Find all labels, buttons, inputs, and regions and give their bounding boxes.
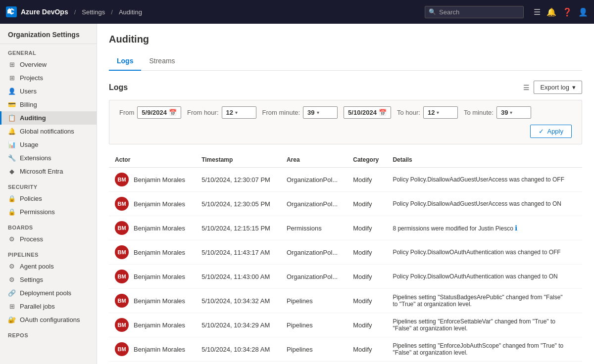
sidebar-item-permissions[interactable]: 🔒 Permissions [0,205,97,219]
to-minute-dropdown[interactable]: 39 ▾ [496,106,531,119]
entra-icon: ◆ [8,168,16,175]
from-minute-dropdown[interactable]: 39 ▾ [303,106,338,119]
list-icon[interactable]: ☰ [534,7,541,17]
category-cell-2: Modify [347,216,387,240]
actor-cell-4: BM Benjamin Morales [109,265,196,289]
sidebar-item-auditing[interactable]: 📋 Auditing [0,111,97,125]
sidebar-item-policies[interactable]: 🔒 Policies [0,192,97,205]
sidebar-label-microsoft-entra: Microsoft Entra [20,168,63,175]
sep2: / [111,8,113,16]
process-icon: ⚙ [8,235,16,243]
category-cell-1: Modify [347,192,387,216]
actor-cell-0: BM Benjamin Morales [109,168,196,192]
info-icon[interactable]: ℹ [515,224,517,232]
actor-cell-6: BM Benjamin Morales [109,313,196,337]
sidebar-label-extensions: Extensions [20,154,51,162]
sidebar-label-process: Process [20,235,43,243]
to-minute-group: To minute: 39 ▾ [464,106,531,119]
area-cell-6: Pipelines [281,313,347,337]
sidebar-label-billing: Billing [20,101,37,108]
actor-name-7: Benjamin Morales [134,346,185,353]
table-row: BM Benjamin Morales 5/10/2024, 11:43:00 … [109,265,582,289]
sidebar-header: Organization Settings [0,24,97,44]
to-hour-label: To hour: [397,109,420,116]
from-group: From 5/9/2024 📅 [119,106,181,119]
timestamp-cell-5: 5/10/2024, 10:34:32 AM [196,289,281,313]
user-icon[interactable]: 👤 [578,7,588,17]
table-row: BM Benjamin Morales 5/10/2024, 12:30:07 … [109,168,582,192]
to-minute-chevron: ▾ [510,110,512,115]
col-actor: Actor [109,152,196,168]
search-icon: 🔍 [429,8,436,15]
agent-pools-icon: ⚙ [8,263,16,270]
sidebar-label-pipelines-settings: Settings [20,276,43,283]
projects-icon: ⊞ [8,74,16,82]
from-date-picker[interactable]: 5/9/2024 📅 [137,106,181,119]
sidebar-item-oauth[interactable]: 🔐 OAuth configurations [0,313,97,326]
apply-button[interactable]: ✓ Apply [530,125,572,138]
actor-name-6: Benjamin Morales [134,321,185,329]
area-cell-0: OrganizationPol... [281,168,347,192]
sidebar-label-permissions: Permissions [20,208,55,216]
table-header-row: Actor Timestamp Area Category Details [109,152,582,168]
notification-icon[interactable]: 🔔 [546,7,556,17]
category-cell-5: Modify [347,289,387,313]
sidebar-item-global-notifications[interactable]: 🔔 Global notifications [0,125,97,138]
avatar-1: BM [115,197,129,211]
timestamp-cell-1: 5/10/2024, 12:30:05 PM [196,192,281,216]
main-content: Auditing Logs Streams Logs ☰ Export log … [97,24,594,364]
actor-cell-7: BM Benjamin Morales [109,337,196,362]
to-hour-group: To hour: 12 ▾ [397,106,458,119]
sidebar-item-usage[interactable]: 📊 Usage [0,138,97,151]
azure-devops-logo[interactable] [6,6,17,17]
sidebar-item-deployment-pools[interactable]: 🔗 Deployment pools [0,286,97,300]
sidebar-item-extensions[interactable]: 🔧 Extensions [0,151,97,165]
from-hour-group: From hour: 12 ▾ [187,106,256,119]
to-date-picker[interactable]: 5/10/2024 📅 [344,106,391,119]
pipelines-settings-icon: ⚙ [8,276,16,283]
area-cell-3: OrganizationPol... [281,240,347,265]
area-cell-7: Pipelines [281,337,347,362]
sidebar-item-parallel-jobs[interactable]: ⊞ Parallel jobs [0,300,97,313]
sidebar-label-projects: Projects [20,74,43,82]
details-cell-7: Pipelines setting "EnforceJobAuthScope" … [387,337,582,362]
timestamp-cell-0: 5/10/2024, 12:30:07 PM [196,168,281,192]
help-icon[interactable]: ❓ [562,7,572,17]
section-general: General [0,44,97,58]
sep1: / [74,8,76,16]
sidebar-item-agent-pools[interactable]: ⚙ Agent pools [0,260,97,273]
tab-logs[interactable]: Logs [109,53,141,71]
from-hour-value: 12 [226,109,233,116]
sidebar-item-process[interactable]: ⚙ Process [0,232,97,246]
avatar-3: BM [115,245,129,259]
breadcrumb-auditing: Auditing [119,8,142,16]
timestamp-cell-2: 5/10/2024, 12:15:15 PM [196,216,281,240]
sidebar-item-users[interactable]: 👤 Users [0,85,97,98]
sidebar-item-pipelines-settings[interactable]: ⚙ Settings [0,273,97,286]
sidebar-item-overview[interactable]: ⊞ Overview [0,58,97,71]
section-repos: Repos [0,326,97,340]
sidebar-label-overview: Overview [20,61,47,68]
sidebar-label-deployment-pools: Deployment pools [20,289,71,297]
breadcrumb-settings[interactable]: Settings [82,8,105,16]
table-row: BM Benjamin Morales 5/10/2024, 10:34:32 … [109,289,582,313]
parallel-jobs-icon: ⊞ [8,303,16,310]
usage-icon: 📊 [8,141,16,148]
billing-icon: 💳 [8,101,16,108]
sidebar-item-billing[interactable]: 💳 Billing [0,98,97,111]
sidebar-item-microsoft-entra[interactable]: ◆ Microsoft Entra [0,165,97,178]
sidebar-item-projects[interactable]: ⊞ Projects [0,71,97,85]
from-hour-dropdown[interactable]: 12 ▾ [222,106,256,119]
tab-streams[interactable]: Streams [141,53,183,71]
timestamp-cell-6: 5/10/2024, 10:34:29 AM [196,313,281,337]
permissions-icon: 🔒 [8,208,16,216]
export-log-button[interactable]: Export log ▾ [534,81,582,94]
category-cell-7: Modify [347,337,387,362]
search-input[interactable] [425,6,524,18]
to-minute-label: To minute: [464,109,494,116]
details-cell-3: Policy Policy.DisallowOAuthAuthenticatio… [387,240,582,265]
area-cell-5: Pipelines [281,289,347,313]
auditing-icon: 📋 [8,114,16,122]
filter-icon[interactable]: ☰ [523,84,530,91]
to-hour-dropdown[interactable]: 12 ▾ [423,106,458,119]
